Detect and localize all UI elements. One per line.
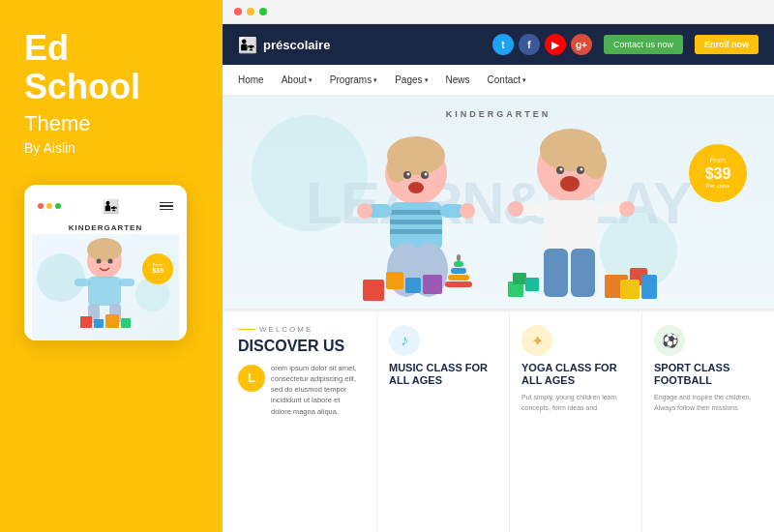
welcome-text: orem ipsum dolor sit amet, consectetur a… [271,363,361,417]
svg-rect-35 [445,281,472,287]
nav-logo: 👨‍👧 préscolaire [238,36,330,54]
browser-dot-green [259,8,267,15]
svg-rect-10 [121,318,131,328]
mobile-child-svg [51,234,167,340]
svg-point-11 [97,259,102,264]
svg-rect-48 [544,249,568,297]
svg-rect-57 [620,280,640,299]
yoga-symbol: ✦ [531,332,544,350]
svg-rect-49 [571,249,595,297]
hero-price-badge: From $39 Per class [689,144,747,202]
left-panel: EdSchool Theme By Aislin 👨‍👧 KINDERGARTE… [0,0,223,532]
social-twitter[interactable]: t [492,34,514,55]
hero-price-value: $39 [705,164,731,183]
browser-dot-yellow [247,8,254,15]
svg-rect-36 [448,275,469,281]
social-facebook[interactable]: f [519,34,540,55]
svg-point-28 [407,173,410,176]
welcome-title: DISCOVER US [238,338,361,355]
welcome-tag: WELCOME [238,325,361,334]
mobile-hero-label: KINDERGARTEN [32,223,179,232]
hero-children-svg [314,115,682,309]
menu-about[interactable]: About ▾ [282,74,313,85]
svg-point-22 [357,203,372,219]
mobile-menu-icon[interactable] [160,202,173,211]
svg-point-52 [560,168,563,171]
svg-rect-16 [390,202,442,251]
nav-logo-text: préscolaire [263,38,330,52]
svg-rect-2 [88,277,121,306]
feature-music: ♪ MUSIC CLASS FOR ALL AGES [377,311,510,532]
svg-rect-33 [405,278,421,293]
menu-programs[interactable]: Programs ▾ [330,74,377,85]
mobile-logo-area: 👨‍👧 [103,198,119,214]
svg-rect-43 [544,200,598,253]
nav-logo-icon: 👨‍👧 [238,36,257,54]
social-youtube[interactable]: ▶ [545,34,566,55]
svg-point-23 [460,203,475,219]
svg-rect-31 [363,280,384,301]
feature-sport: ⚽ SPORT CLASS FOOTBALL Engage and inspir… [642,311,774,532]
yoga-icon: ✦ [521,325,552,356]
svg-point-30 [408,182,424,193]
menu-contact[interactable]: Contact ▾ [488,74,526,85]
mobile-mockup: 👨‍👧 KINDERGARTEN [24,185,187,340]
mobile-dot-yellow [46,203,52,209]
mobile-logo-icon: 👨‍👧 [103,198,119,214]
svg-rect-9 [105,314,119,328]
svg-point-12 [108,259,113,264]
svg-point-47 [619,201,635,217]
menu-bar: Home About ▾ Programs ▾ Pages ▾ News Con… [223,65,774,96]
music-title: MUSIC CLASS FOR ALL AGES [389,362,497,387]
hero-price-from: From [710,157,726,164]
svg-point-53 [580,168,583,171]
svg-rect-3 [74,279,90,286]
mobile-dots [38,203,61,209]
menu-home[interactable]: Home [238,74,264,85]
contact-button[interactable]: Contact us now [604,35,683,54]
mobile-top-bar: 👨‍👧 [32,194,179,220]
welcome-col: WELCOME DISCOVER US L orem ipsum dolor s… [223,311,377,532]
enroll-button[interactable]: Enroll now [695,35,759,54]
hero-price-sub: Per class [706,183,730,190]
left-author: By Aislin [24,140,198,156]
svg-rect-8 [94,319,104,328]
svg-rect-60 [513,273,526,284]
sport-icon: ⚽ [654,325,685,356]
svg-point-42 [583,148,607,179]
left-subtitle: Theme [24,111,198,136]
svg-rect-61 [525,278,539,291]
welcome-body: L orem ipsum dolor sit amet, consectetur… [238,363,361,417]
svg-rect-32 [386,272,403,289]
svg-rect-38 [454,261,463,267]
website: 👨‍👧 préscolaire t f ▶ g+ Contact us now … [223,24,774,532]
music-symbol: ♪ [401,332,408,349]
social-googleplus[interactable]: g+ [571,34,592,55]
svg-point-46 [508,201,523,217]
music-icon: ♪ [389,325,420,356]
svg-rect-17 [390,210,442,215]
mobile-dot-red [38,203,44,209]
browser-dot-red [234,8,242,15]
hero: KINDERGARTEN LEARN&PLAY [223,96,774,309]
yoga-title: YOGA CLASS FOR ALL AGES [521,362,630,387]
nav: 👨‍👧 préscolaire t f ▶ g+ Contact us now … [223,24,774,65]
features-area: ♪ MUSIC CLASS FOR ALL AGES ✦ YOGA CLASS … [377,311,774,532]
svg-point-15 [387,154,406,183]
feature-yoga: ✦ YOGA CLASS FOR ALL AGES Put simply, yo… [510,311,642,532]
mobile-dot-green [55,203,61,209]
bottom-section: WELCOME DISCOVER US L orem ipsum dolor s… [223,309,774,532]
svg-rect-34 [423,275,442,294]
mobile-hero-img: From $39 [32,234,179,340]
svg-point-1 [87,238,122,261]
sport-text: Engage and inspire the children. Always … [654,393,762,413]
svg-rect-18 [390,220,442,224]
menu-news[interactable]: News [446,74,470,85]
svg-point-54 [560,176,580,192]
svg-rect-39 [457,254,461,261]
svg-point-29 [425,173,428,176]
svg-rect-58 [641,275,657,299]
yoga-text: Put simply, young children learn concept… [521,393,630,413]
nav-socials: t f ▶ g+ [492,34,592,55]
menu-pages[interactable]: Pages ▾ [395,74,428,85]
